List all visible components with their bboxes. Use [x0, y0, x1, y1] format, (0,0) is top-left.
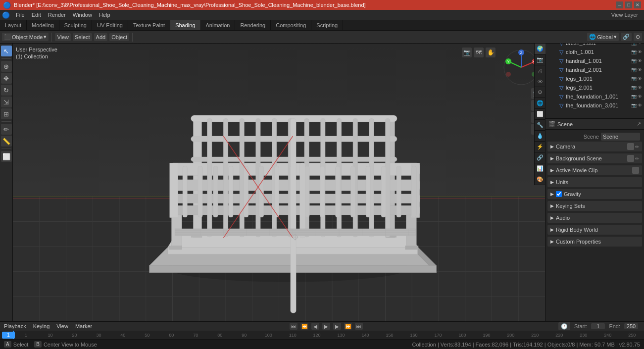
timeline-keying[interactable]: Keying [31, 323, 52, 329]
vis-camera-6[interactable]: 📷 [631, 85, 637, 90]
menu-file[interactable]: File [13, 11, 28, 19]
prop-tab-scene[interactable]: 🌍 [535, 44, 545, 54]
timeline-playback[interactable]: Playback [2, 323, 28, 329]
camera-edit-icon[interactable]: ✏ [635, 144, 639, 150]
toolbar-add[interactable]: Add [94, 33, 108, 41]
tab-sculpting[interactable]: Sculpting [59, 20, 92, 30]
timeline-view[interactable]: View [54, 323, 70, 329]
vis-camera-4[interactable]: 📷 [631, 67, 637, 72]
timeline-start-val[interactable]: 1 [591, 323, 605, 329]
menu-edit[interactable]: Edit [29, 11, 44, 19]
toolbar-select[interactable]: Select [73, 33, 92, 41]
scene-expand-icon[interactable]: ↗ [637, 121, 641, 127]
prop-tab-particles[interactable]: 💧 [535, 131, 545, 142]
prop-tab-modifier[interactable]: 🔧 [535, 120, 545, 131]
outliner-item-handrail1[interactable]: ▽ handrail_1.001 📷 👁 [545, 56, 644, 65]
toolbar-transform[interactable]: 🌐 Global ▾ [587, 33, 619, 41]
bg-scene-edit-icon[interactable]: ✏ [635, 156, 639, 161]
units-section-header[interactable]: ▶ Units [547, 177, 642, 187]
toolbar-mode-selector[interactable]: ⬛ Object Mode ▾ [2, 33, 49, 41]
prop-tab-output[interactable]: 🖨 [535, 65, 545, 76]
timeline-ruler[interactable]: 1 1 10 20 30 40 50 60 70 80 90 100 110 1… [0, 331, 644, 339]
tool-cursor[interactable]: ⊕ [1, 61, 12, 72]
outliner-item-handrail2[interactable]: ▽ handrail_2.001 📷 👁 [545, 65, 644, 74]
tab-compositing[interactable]: Compositing [271, 20, 311, 30]
vp-icon-landscape[interactable]: 🗺 [474, 48, 484, 57]
prop-tab-world[interactable]: 🌐 [535, 98, 545, 109]
vis-eye-5[interactable]: 👁 [638, 76, 642, 81]
btn-prev-frame[interactable]: ◀ [311, 323, 319, 330]
tab-modeling[interactable]: Modeling [27, 20, 59, 30]
toolbar-view[interactable]: View [55, 33, 71, 41]
prop-tab-physics[interactable]: ⚡ [535, 142, 545, 152]
prop-tab-material[interactable]: 🎨 [535, 174, 545, 185]
vis-eye-6[interactable]: 👁 [638, 85, 642, 90]
outliner-item-legs2[interactable]: ▽ legs_2.001 📷 👁 [545, 83, 644, 92]
vis-eye-2[interactable]: 👁 [638, 50, 642, 54]
prop-tab-data[interactable]: 📊 [535, 163, 545, 174]
tab-rendering[interactable]: Rendering [235, 20, 271, 30]
outliner-item-foundation3[interactable]: ▽ the_foundation_3.001 📷 👁 [545, 101, 644, 110]
vis-eye-4[interactable]: 👁 [638, 67, 642, 72]
menu-window[interactable]: Window [70, 11, 95, 19]
vis-eye-3[interactable]: 👁 [638, 58, 642, 63]
minimize-button[interactable]: ─ [616, 1, 623, 8]
viewport[interactable]: User Perspective (1) Collection X Y Z [13, 44, 545, 321]
outliner-item-foundation1[interactable]: ▽ the_foundation_1.001 📷 👁 [545, 92, 644, 101]
tab-animation[interactable]: Animation [201, 20, 236, 30]
prop-tab-view[interactable]: 👁 [535, 76, 545, 87]
audio-section-header[interactable]: ▶ Audio [547, 213, 642, 223]
tool-scale[interactable]: ⇲ [1, 97, 12, 107]
title-bar-controls[interactable]: ─ □ ✕ [616, 1, 641, 8]
vis-eye-7[interactable]: 👁 [638, 94, 642, 99]
scene-name-value[interactable]: Scene [601, 133, 640, 141]
close-button[interactable]: ✕ [634, 1, 641, 8]
tab-shading[interactable]: Shading [170, 20, 200, 30]
btn-prev-keyframe[interactable]: ⏪ [300, 323, 308, 330]
prop-tab-active-tool[interactable]: ⚙ [535, 87, 545, 98]
vis-eye-8[interactable]: 👁 [638, 103, 642, 108]
menu-help[interactable]: Help [96, 11, 113, 19]
gravity-checkbox[interactable] [556, 191, 562, 197]
toolbar-proportional[interactable]: ⊙ [634, 33, 642, 41]
rigid-body-section-header[interactable]: ▶ Rigid Body World [547, 225, 642, 235]
tool-transform[interactable]: ⊞ [1, 108, 12, 119]
vis-camera-8[interactable]: 📷 [631, 103, 637, 108]
prop-tab-constraints[interactable]: 🔗 [535, 152, 545, 163]
tool-add-cube[interactable]: ⬜ [1, 151, 12, 162]
custom-props-section-header[interactable]: ▶ Custom Properties [547, 237, 642, 247]
toolbar-object[interactable]: Object [109, 33, 129, 41]
vis-camera-5[interactable]: 📷 [631, 76, 637, 81]
toolbar-snap[interactable]: 🔗 [621, 33, 632, 41]
timeline-marker[interactable]: Marker [73, 323, 94, 329]
tool-rotate[interactable]: ↻ [1, 85, 12, 96]
bg-scene-section-header[interactable]: ▶ Background Scene ✏ [547, 153, 642, 163]
prop-tab-render[interactable]: 📷 [535, 54, 545, 65]
camera-section-header[interactable]: ▶ Camera ✏ [547, 142, 642, 151]
vis-camera-3[interactable]: 📷 [631, 58, 637, 63]
tab-scripting[interactable]: Scripting [311, 20, 343, 30]
tool-move[interactable]: ✥ [1, 73, 12, 84]
tool-select[interactable]: ↖ [1, 46, 12, 56]
gravity-section-header[interactable]: ▶ Gravity [547, 189, 642, 199]
vp-icon-hand[interactable]: ✋ [486, 48, 495, 57]
tool-measure[interactable]: 📏 [1, 136, 12, 147]
menu-render[interactable]: Render [45, 11, 69, 19]
tab-texture-paint[interactable]: Texture Paint [128, 20, 170, 30]
btn-next-keyframe[interactable]: ⏩ [344, 323, 352, 330]
tab-layout[interactable]: Layout [0, 20, 27, 30]
vis-camera-7[interactable]: 📷 [631, 94, 637, 99]
vp-icon-camera[interactable]: 📷 [462, 48, 472, 57]
tool-annotate[interactable]: ✏ [1, 124, 12, 135]
prop-tab-object[interactable]: ⬜ [535, 109, 545, 120]
outliner-item-cloth[interactable]: ▽ cloth_1.001 📷 👁 [545, 48, 644, 56]
movie-clip-section-header[interactable]: ▶ Active Movie Clip [547, 165, 642, 175]
maximize-button[interactable]: □ [625, 1, 632, 8]
keying-sets-section-header[interactable]: ▶ Keying Sets [547, 201, 642, 211]
btn-jump-start[interactable]: ⏮ [290, 323, 297, 330]
outliner-item-legs1[interactable]: ▽ legs_1.001 📷 👁 [545, 74, 644, 83]
tab-uv-editing[interactable]: UV Editing [92, 20, 128, 30]
btn-play[interactable]: ▶ [322, 323, 330, 330]
timeline-end-val[interactable]: 250 [624, 323, 638, 329]
btn-next-frame[interactable]: ▶ [333, 323, 341, 330]
